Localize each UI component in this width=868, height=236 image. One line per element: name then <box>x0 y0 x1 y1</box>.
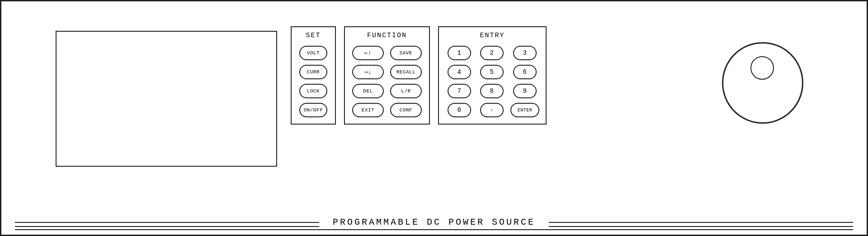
set-buttons: VOLT CURR LOCK ON/OFF <box>298 46 329 117</box>
num-2-button[interactable]: 2 <box>480 46 504 60</box>
num-8-button[interactable]: 8 <box>480 84 504 98</box>
enter-button[interactable]: ENTER <box>510 103 539 117</box>
del-button[interactable]: DEL <box>352 84 384 98</box>
conf-button[interactable]: CONF <box>390 103 422 117</box>
recall-button[interactable]: RECALL <box>390 65 422 79</box>
knob-indicator <box>750 56 774 80</box>
volt-button[interactable]: VOLT <box>299 46 327 60</box>
num-0-button[interactable]: 0 <box>448 103 471 117</box>
num-9-button[interactable]: 9 <box>513 84 537 98</box>
right-down-arrow-icon: ⇒↓ <box>364 68 372 76</box>
lock-button[interactable]: LOCK <box>299 84 327 98</box>
entry-grid: 1 2 3 4 5 6 7 8 9 0 · ENTER <box>445 46 539 117</box>
function-title: FUNCTION <box>351 32 423 39</box>
function-grid: ⇐↑ SAVE ⇒↓ RECALL DEL L/R EXIT CONF <box>351 46 423 117</box>
rotary-knob[interactable] <box>722 42 803 124</box>
lr-button[interactable]: L/R <box>390 84 422 98</box>
left-up-arrow-icon: ⇐↑ <box>364 49 372 57</box>
left-up-button[interactable]: ⇐↑ <box>352 46 384 60</box>
panel-title: PROGRAMMABLE DC POWER SOURCE <box>319 217 549 227</box>
dot-button[interactable]: · <box>480 103 504 117</box>
function-section: FUNCTION ⇐↑ SAVE ⇒↓ RECALL DEL L/R EXIT … <box>344 26 430 125</box>
entry-section: ENTRY 1 2 3 4 5 6 7 8 9 0 · ENTER <box>438 26 547 125</box>
num-5-button[interactable]: 5 <box>480 65 504 79</box>
knob-area <box>722 42 803 124</box>
display-screen <box>56 31 277 167</box>
entry-title: ENTRY <box>445 32 539 39</box>
set-section: SET VOLT CURR LOCK ON/OFF <box>291 26 336 125</box>
right-down-button[interactable]: ⇒↓ <box>352 65 384 79</box>
num-1-button[interactable]: 1 <box>448 46 471 60</box>
exit-button[interactable]: EXIT <box>352 103 384 117</box>
bottom-line-left <box>15 222 319 223</box>
num-6-button[interactable]: 6 <box>513 65 537 79</box>
num-3-button[interactable]: 3 <box>513 46 537 60</box>
num-7-button[interactable]: 7 <box>448 84 471 98</box>
save-button[interactable]: SAVE <box>390 46 422 60</box>
controls-area: SET VOLT CURR LOCK ON/OFF FUNCTION ⇐↑ SA… <box>291 26 547 125</box>
bottom-line-right <box>549 222 853 223</box>
main-panel: SET VOLT CURR LOCK ON/OFF FUNCTION ⇐↑ SA… <box>0 0 868 236</box>
bottom-line-2 <box>15 229 853 230</box>
num-4-button[interactable]: 4 <box>448 65 471 79</box>
set-title: SET <box>298 32 329 39</box>
bottom-title-wrapper: PROGRAMMABLE DC POWER SOURCE <box>1 217 867 227</box>
onoff-button[interactable]: ON/OFF <box>299 103 327 117</box>
curr-button[interactable]: CURR <box>299 65 327 79</box>
